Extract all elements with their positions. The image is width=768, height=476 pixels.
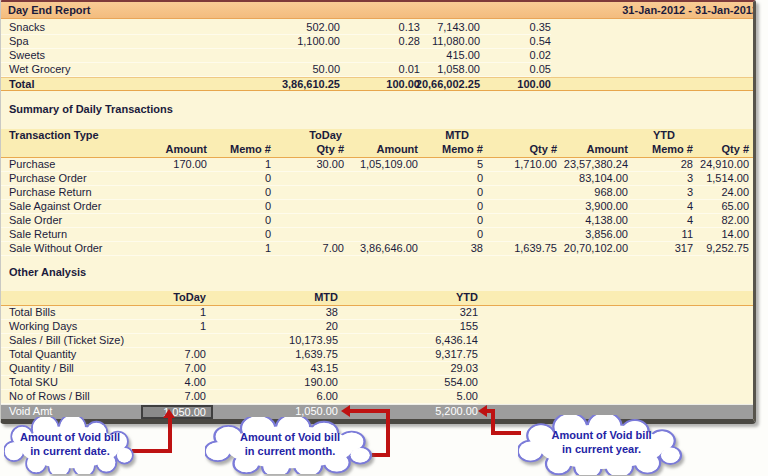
- table-row: Purchase Order 0 0 83,104.00 3 1,514.00: [1, 172, 749, 186]
- cell: 5.00: [338, 390, 478, 403]
- cell: [483, 214, 557, 227]
- cell: 3: [628, 186, 693, 199]
- row-label: Quantity / Bill: [1, 362, 141, 375]
- cell: [483, 186, 557, 199]
- cell: 11: [628, 228, 693, 241]
- summary-header-group-row: Transaction Type ToDay MTD YTD: [1, 129, 749, 143]
- cell: 6.00: [206, 390, 338, 403]
- cell: 0: [207, 200, 271, 213]
- callout-text: Amount of Void bill in current date.: [4, 417, 136, 458]
- row-label: Purchase Return: [1, 186, 141, 199]
- row-label: Working Days: [1, 320, 141, 333]
- cell: [271, 172, 344, 185]
- table-row: Total Quantity 7.00 1,639.75 9,317.75: [1, 348, 478, 362]
- cell: 83,104.00: [557, 172, 628, 185]
- cell: 0: [418, 186, 483, 199]
- cell: [483, 172, 557, 185]
- cell: 0: [207, 172, 271, 185]
- column-header: YTD: [338, 291, 478, 305]
- column-header: ToDay: [141, 291, 206, 305]
- table-row: No of Rows / Bill 7.00 6.00 5.00: [1, 390, 478, 404]
- cell: 10,173.95: [206, 334, 338, 347]
- cell: [271, 228, 344, 241]
- oa-header: ToDay MTD YTD: [1, 291, 753, 306]
- row-label: Wet Grocery: [1, 63, 141, 76]
- cell: 321: [338, 306, 478, 319]
- cell: 1: [207, 158, 271, 171]
- cell: 0.54: [480, 35, 551, 48]
- column-header: MTD: [206, 291, 338, 305]
- row-label: Total SKU: [1, 376, 141, 389]
- cell: 317: [628, 242, 693, 255]
- cell: 20,70,102.00: [557, 242, 628, 255]
- table-row: Purchase Return 0 0 968.00 3 24.00: [1, 186, 749, 200]
- cell: 0: [418, 200, 483, 213]
- row-label: Total Bills: [1, 306, 141, 319]
- cell: 6,436.14: [338, 334, 478, 347]
- cell: 29.03: [338, 362, 478, 375]
- cell: 24.00: [693, 186, 749, 199]
- table-row: Spa 1,100.00 0.28 11,080.00 0.54: [1, 35, 551, 49]
- group-header-mtd: MTD: [418, 129, 483, 143]
- annotation-arrow-1: [168, 418, 172, 453]
- cell: [141, 172, 207, 185]
- cell: [483, 200, 557, 213]
- arrowhead-left-icon: [341, 405, 350, 417]
- cell: 82.00: [693, 214, 749, 227]
- cell: 4,138.00: [557, 214, 628, 227]
- cell: [271, 186, 344, 199]
- arrowhead-left-icon: [478, 405, 487, 417]
- cell: 7.00: [141, 390, 206, 403]
- cell: 0: [207, 214, 271, 227]
- section-title-other-analysis: Other Analysis: [1, 265, 753, 279]
- callout-cloud-2: Amount of Void bill in current month.: [205, 417, 375, 474]
- annotation-arrow-1: [132, 449, 172, 453]
- group-header-today: ToDay: [271, 129, 344, 143]
- cell: 38: [206, 306, 338, 319]
- cell: 155: [338, 320, 478, 333]
- row-label: Purchase Order: [1, 172, 141, 185]
- cell: 7.00: [271, 242, 344, 255]
- table-row: Sale Order 0 0 4,138.00 4 82.00: [1, 214, 749, 228]
- cell: 4.00: [141, 376, 206, 389]
- cell: 3,86,646.00: [344, 242, 418, 255]
- cell: 38: [418, 242, 483, 255]
- column-header: Memo #: [628, 143, 693, 157]
- cell: 0.28: [340, 35, 420, 48]
- cell: 554.00: [338, 376, 478, 389]
- cell: 3,856.00: [557, 228, 628, 241]
- cell: [344, 200, 418, 213]
- cell: [271, 214, 344, 227]
- arrowhead-up-icon: [163, 409, 175, 418]
- column-header: Qty #: [271, 143, 344, 157]
- cell: 7.00: [141, 348, 206, 361]
- report-frame: Day End Report 31-Jan-2012 - 31-Jan-2012…: [0, 0, 756, 424]
- row-label: Sweets: [1, 49, 141, 62]
- callout-cloud-3: Amount of Void bill in current year.: [518, 415, 685, 475]
- callout-text: Amount of Void bill in current month.: [205, 417, 375, 458]
- row-label: Sales / Bill (Ticket Size): [1, 334, 141, 347]
- cell: 502.00: [141, 21, 340, 34]
- group-header-ytd: YTD: [628, 129, 693, 143]
- cell: 100.00: [480, 78, 551, 91]
- column-header: Memo #: [418, 143, 483, 157]
- oa-header-row: ToDay MTD YTD: [1, 291, 478, 305]
- cell: 4: [628, 214, 693, 227]
- cell: 1,100.00: [141, 35, 340, 48]
- row-label: No of Rows / Bill: [1, 390, 141, 403]
- cell: 3,900.00: [557, 200, 628, 213]
- table-row: Sale Against Order 0 0 3,900.00 4 65.00: [1, 200, 749, 214]
- cell: [141, 334, 206, 347]
- cell: [344, 172, 418, 185]
- cell: [141, 214, 207, 227]
- highlighted-value-box: 1,050.00: [141, 405, 213, 419]
- cell: 7.00: [141, 362, 206, 375]
- table-row: Sales / Bill (Ticket Size) 10,173.95 6,4…: [1, 334, 478, 348]
- column-header: Transaction Type: [1, 129, 141, 143]
- table-row: Snacks 502.00 0.13 7,143.00 0.35: [1, 21, 551, 35]
- cell: 190.00: [206, 376, 338, 389]
- report-header-bar: Day End Report 31-Jan-2012 - 31-Jan-2012: [1, 2, 753, 19]
- cell: 3: [628, 172, 693, 185]
- cell: 1,639.75: [206, 348, 338, 361]
- cell: 30.00: [271, 158, 344, 171]
